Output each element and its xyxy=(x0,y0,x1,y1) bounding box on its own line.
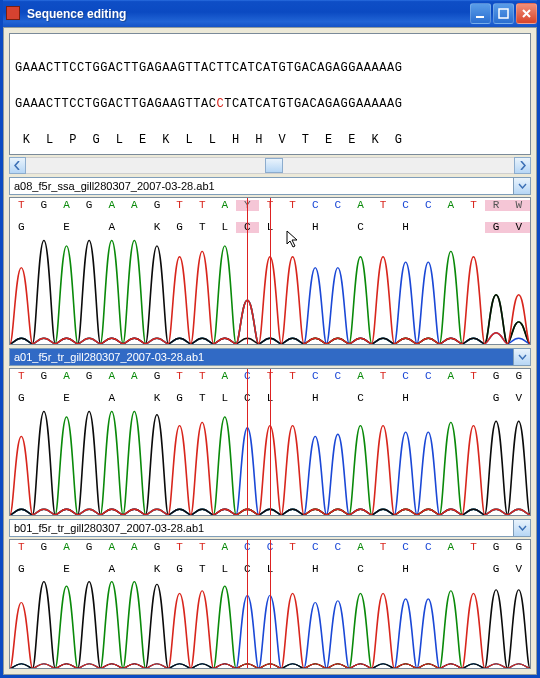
svg-rect-0 xyxy=(476,16,484,18)
app-icon xyxy=(6,6,22,22)
window-title: Sequence editing xyxy=(27,7,470,21)
svg-rect-1 xyxy=(499,9,508,18)
close-button[interactable] xyxy=(516,3,537,24)
titlebar[interactable]: Sequence editing xyxy=(0,0,540,27)
minimize-button[interactable] xyxy=(470,3,491,24)
maximize-button[interactable] xyxy=(493,3,514,24)
